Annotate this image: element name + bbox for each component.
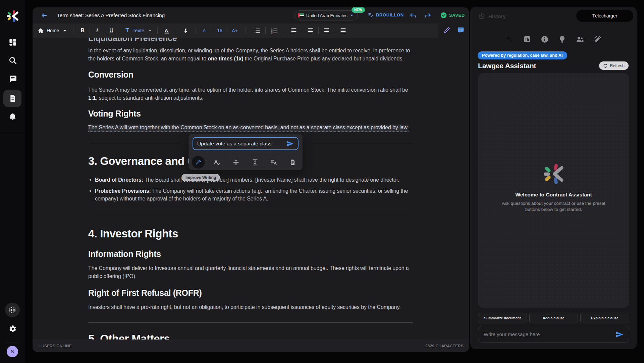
improve-writing-tooltip: Improve Writing	[181, 174, 220, 181]
translate-button[interactable]	[268, 159, 280, 166]
heading-liquidation: Liquidation Preference	[88, 38, 177, 43]
text-style-chevron-icon[interactable]	[146, 30, 154, 32]
chat-icon[interactable]	[0, 75, 25, 83]
clause-doc-button[interactable]	[286, 159, 299, 166]
page-title: Term sheet: Series A Preferred Stock Fin…	[57, 12, 165, 18]
list-item: Protective Provisions: The Company will …	[88, 187, 413, 203]
align-center-icon[interactable]	[305, 28, 316, 33]
sparkles-icon[interactable]	[505, 35, 514, 44]
download-button[interactable]: Télécharger	[576, 10, 633, 22]
home-chevron-icon[interactable]	[60, 30, 69, 32]
italic-button[interactable]: I	[92, 28, 102, 34]
settings-circle-button[interactable]	[5, 303, 20, 317]
home-label[interactable]: Home	[45, 28, 60, 33]
lengthen-button[interactable]	[249, 159, 261, 166]
assistant-logo	[543, 164, 564, 184]
editor-panel: Term sheet: Series A Preferred Stock Fin…	[33, 7, 469, 352]
bullet-list-icon[interactable]	[251, 28, 263, 34]
draft-icon	[368, 12, 374, 18]
justify-icon[interactable]	[337, 28, 349, 33]
back-button[interactable]	[41, 12, 48, 20]
assistant-welcome-card: Welcome to Contract Assistant Ask questi…	[478, 73, 629, 308]
welcome-line: Ask questions about your contract or use…	[502, 200, 605, 207]
align-right-icon[interactable]	[321, 28, 332, 33]
highlighter-icon[interactable]	[179, 28, 192, 34]
preset-explain-clause-button[interactable]: Explain a clause	[580, 313, 629, 323]
shorten-button[interactable]	[230, 159, 243, 166]
gear-icon	[9, 306, 16, 314]
toolbar: Home B I U T Texte A	[33, 24, 469, 38]
chart-icon[interactable]	[523, 35, 531, 43]
font-larger-button[interactable]: A+	[229, 28, 240, 33]
info-icon[interactable]	[541, 35, 549, 43]
para-voting: The Series A will vote together with the…	[88, 124, 413, 132]
refresh-icon	[603, 63, 608, 68]
comment-icon[interactable]	[457, 27, 464, 35]
bold-button[interactable]: B	[77, 28, 88, 34]
country-selector[interactable]: United Arab Emirates	[294, 10, 358, 20]
new-badge: NEW	[352, 7, 365, 13]
document-editor[interactable]: Liquidation Preference In the event of a…	[33, 38, 469, 339]
saved-check-icon	[440, 12, 447, 18]
sidebar-divider-top	[0, 132, 25, 132]
text-style-label[interactable]: Texte	[131, 28, 146, 33]
back-arrow-icon	[41, 12, 48, 19]
chat-send-icon[interactable]	[615, 330, 624, 338]
bell-icon[interactable]	[0, 113, 25, 121]
undo-icon	[410, 12, 417, 19]
home-icon[interactable]	[36, 28, 45, 34]
heading-conversion: Conversion	[88, 70, 133, 80]
status-bar: 1 USERS ONLINE 2829 CHARACTERS	[33, 339, 469, 352]
heading-rofr: Right of First Refusal (ROFR)	[88, 288, 202, 298]
redo-button[interactable]	[424, 12, 431, 20]
undo-button[interactable]	[410, 12, 417, 20]
settings-gear-icon[interactable]	[0, 325, 25, 333]
chat-input[interactable]: Write your message here	[478, 326, 629, 343]
font-color-icon[interactable]: A	[161, 28, 172, 34]
chevron-down-icon	[350, 14, 354, 17]
users-online: 1 USERS ONLINE	[38, 344, 72, 348]
avatar[interactable]: S	[7, 346, 18, 357]
list-item: Board of Directors: The Board shall cons…	[88, 176, 413, 184]
search-icon[interactable]	[0, 56, 25, 65]
para-rofr: Investors shall have a pro-rata right, b…	[88, 303, 413, 311]
ai-prompt-input[interactable]: Update vote as a separate class	[193, 137, 299, 150]
draft-status[interactable]: BROUILLON	[368, 12, 404, 18]
redo-icon	[424, 12, 431, 19]
governance-list: Board of Directors: The Board shall cons…	[88, 176, 413, 206]
heading-investor: 4. Investor Rights	[88, 227, 178, 240]
text-style-t-icon[interactable]: T	[123, 27, 131, 34]
font-size-value[interactable]: 16	[214, 28, 225, 33]
assistant-panel: History Télécharger Powered by reg	[470, 7, 637, 349]
underline-button[interactable]: U	[106, 28, 116, 34]
font-smaller-button[interactable]: A-	[200, 28, 210, 33]
people-icon[interactable]	[576, 35, 584, 44]
history-clock-icon	[478, 13, 485, 19]
preset-add-clause-button[interactable]: Add a clause	[529, 313, 578, 323]
improve-writing-button[interactable]	[192, 156, 205, 169]
history-separator	[421, 11, 421, 19]
heading-information: Information Rights	[88, 249, 161, 259]
history-button[interactable]: History	[478, 13, 506, 19]
wand-edit-icon[interactable]	[594, 35, 602, 43]
saved-status: SAVED	[440, 12, 465, 18]
draw-pen-icon[interactable]	[443, 27, 450, 35]
svg-text:A: A	[165, 28, 168, 33]
avatar-divider	[6, 343, 19, 343]
numbered-list-icon[interactable]: 123	[268, 28, 280, 34]
chat-placeholder: Write your message here	[484, 331, 615, 337]
send-icon[interactable]	[286, 140, 294, 147]
grammar-check-button[interactable]	[211, 159, 223, 166]
document-icon[interactable]	[0, 94, 25, 102]
welcome-title: Welcome to Contract Assistant	[515, 192, 592, 198]
char-count: 2829 CHARACTERS	[425, 344, 464, 348]
dashboard-icon[interactable]	[0, 38, 25, 47]
magic-wand-icon	[195, 159, 202, 166]
lightbulb-icon[interactable]	[558, 35, 566, 43]
preset-summarize-button[interactable]: Summarize document	[478, 313, 527, 323]
align-left-icon[interactable]	[288, 28, 300, 33]
welcome-line: buttons below to get started.	[502, 207, 605, 213]
refresh-button[interactable]: Refresh	[599, 61, 629, 70]
assistant-title: Lawgee Assistant	[478, 62, 536, 70]
country-label: United Arab Emirates	[306, 13, 347, 18]
